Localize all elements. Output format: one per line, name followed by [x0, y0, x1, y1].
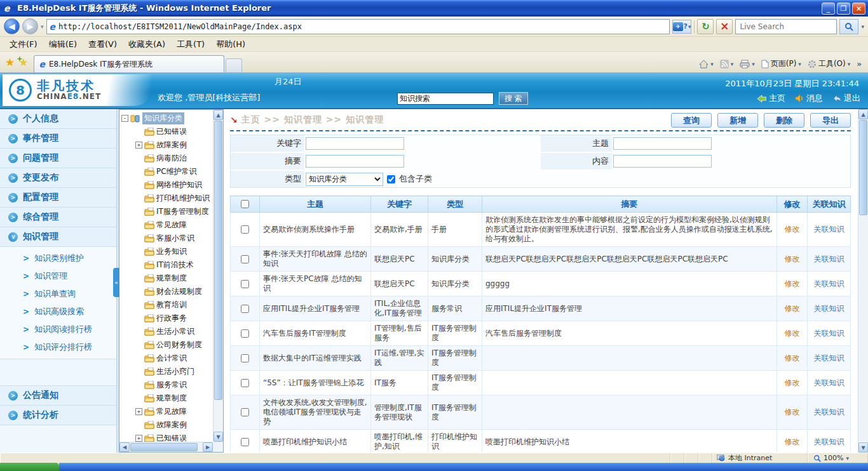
zoom-pane[interactable]: 100% ▾	[808, 453, 868, 463]
toolbar-overflow-icon[interactable]: »	[857, 60, 862, 69]
tree-item[interactable]: PC维护常识	[121, 165, 213, 178]
tree-expand-icon[interactable]	[135, 288, 142, 295]
tree-item[interactable]: 网络维护知识	[121, 178, 213, 192]
tree-expand-icon[interactable]	[135, 368, 142, 375]
scroll-down-icon[interactable]: ▼	[214, 432, 223, 442]
tree-hscroll-thumb[interactable]	[130, 443, 198, 451]
command-button[interactable]: 导出	[810, 113, 851, 128]
select-all-checkbox[interactable]	[241, 200, 249, 208]
row-topic-link[interactable]: 数据大集中的IT运维管理实践	[260, 346, 371, 371]
row-topic-link[interactable]: “5S”：让IT服务管理锦上添花	[260, 371, 371, 395]
favorites-star-icon[interactable]: ★	[5, 56, 15, 69]
logout-link[interactable]: 退出	[833, 93, 860, 104]
plugin-toolbar-button[interactable]: ✈ ? ▾	[672, 20, 691, 34]
live-search-input[interactable]	[735, 19, 837, 34]
tree-item[interactable]: 教育培训	[121, 298, 213, 312]
page-menu-button[interactable]: 页面(P)▾	[761, 58, 801, 69]
tree-item[interactable]: 会计常识	[121, 352, 213, 365]
sidebar-item[interactable]: > 事件管理	[0, 129, 116, 149]
related-knowledge-link[interactable]: 关联知识	[814, 408, 844, 416]
content-vertical-scrollbar[interactable]: ▲ ▼	[858, 109, 868, 453]
home-link[interactable]: 主页	[757, 93, 785, 104]
sidebar-item-knowledge[interactable]: > 知识管理	[0, 227, 116, 247]
menu-item[interactable]: 工具(T)	[171, 37, 210, 51]
edit-link[interactable]: 修改	[785, 437, 800, 446]
tree-expand-icon[interactable]	[135, 222, 142, 229]
restore-button[interactable]: ❐	[837, 3, 850, 15]
tree-item[interactable]: 财会法规制度	[121, 285, 213, 298]
scroll-up-icon[interactable]: ▲	[214, 110, 223, 120]
tree-expand-icon[interactable]: +	[135, 435, 142, 442]
row-checkbox[interactable]	[241, 255, 249, 263]
start-button[interactable]	[0, 463, 59, 471]
command-button[interactable]: 查询	[671, 113, 712, 128]
row-checkbox[interactable]	[241, 305, 249, 313]
tree-expand-icon[interactable]	[135, 195, 142, 202]
edit-link[interactable]: 修改	[785, 329, 800, 338]
sidebar-item[interactable]: > 个人信息	[0, 109, 116, 129]
tree-item[interactable]: 常见故障	[121, 218, 213, 232]
row-checkbox[interactable]	[241, 379, 249, 387]
submenu-item[interactable]: > 知识评分排行榜	[0, 338, 116, 356]
edit-link[interactable]: 修改	[785, 279, 800, 288]
messages-link[interactable]: 消息	[796, 93, 823, 104]
sidebar-item[interactable]: > 变更发布	[0, 168, 116, 188]
scroll-up-icon[interactable]: ▲	[858, 109, 868, 119]
tree-item[interactable]: 病毒防治	[121, 152, 213, 165]
include-subclass-checkbox[interactable]	[387, 175, 395, 183]
related-knowledge-link[interactable]: 关联知识	[814, 255, 844, 263]
tree-item[interactable]: 生活小窍门	[121, 365, 213, 378]
knowledge-search-button[interactable]: 搜 索	[499, 92, 528, 105]
submenu-item[interactable]: > 知识类别维护	[0, 249, 116, 267]
tree-expand-icon[interactable]	[135, 328, 142, 335]
tree-item[interactable]: 生活小常识	[121, 325, 213, 338]
stop-button[interactable]: ×	[716, 19, 733, 34]
related-knowledge-link[interactable]: 关联知识	[814, 354, 844, 362]
tree-expand-icon[interactable]	[135, 235, 142, 242]
tree-expand-icon[interactable]	[135, 342, 142, 348]
tree-item[interactable]: 服务常识	[121, 378, 213, 392]
row-checkbox[interactable]	[241, 225, 249, 234]
row-topic-link[interactable]: 事件:张天天打印机故障 总结的知识	[260, 247, 371, 272]
tree-root[interactable]: - 知识库分类	[121, 112, 213, 125]
summary-input[interactable]	[306, 155, 404, 168]
close-button[interactable]: ×	[852, 3, 865, 15]
row-topic-link[interactable]: 交易欺诈侦测系统操作手册	[260, 213, 371, 247]
sidebar-item[interactable]: > 配置管理	[0, 188, 116, 208]
related-knowledge-link[interactable]: 关联知识	[814, 378, 844, 387]
tree-expand-icon[interactable]	[135, 128, 142, 135]
tree-item[interactable]: 打印机维护知识	[121, 192, 213, 205]
tree-expand-icon[interactable]	[135, 182, 142, 189]
tree-expand-icon[interactable]: +	[135, 142, 142, 149]
address-field[interactable]: e http://localhost/E8ITSM2011/NewOldMain…	[46, 19, 670, 34]
knowledge-search-input[interactable]	[397, 93, 494, 105]
scroll-down-icon[interactable]: ▼	[858, 442, 868, 453]
tree-vertical-scrollbar[interactable]: ▲ ▼	[213, 110, 223, 442]
command-button[interactable]: 新增	[717, 113, 758, 128]
history-dropdown-icon[interactable]: ▾	[41, 23, 44, 30]
tree-item[interactable]: 规章制度	[121, 272, 213, 285]
related-knowledge-link[interactable]: 关联知识	[814, 279, 844, 288]
scroll-right-icon[interactable]: ▶	[203, 442, 213, 452]
edit-link[interactable]: 修改	[785, 354, 800, 362]
content-scroll-thumb[interactable]	[859, 120, 867, 215]
related-knowledge-link[interactable]: 关联知识	[814, 304, 844, 313]
tree-item[interactable]: + 常见故障	[121, 405, 213, 418]
feeds-button[interactable]: ▾	[720, 60, 734, 69]
related-knowledge-link[interactable]: 关联知识	[814, 329, 844, 338]
sidebar-item[interactable]: > 公告通知	[0, 386, 116, 406]
tree-item[interactable]: + 已知错误	[121, 432, 213, 442]
menu-item[interactable]: 文件(F)	[4, 37, 43, 51]
row-topic-link[interactable]: 事件:张天天PC故障 总结的知识	[260, 272, 371, 296]
row-topic-link[interactable]: 汽车售后服务IT管理制度	[260, 321, 371, 346]
tab-active[interactable]: e E8.HelpDesk IT服务管理系统	[34, 55, 224, 72]
sidebar-collapse-handle[interactable]: «	[113, 268, 119, 297]
tree-expand-icon[interactable]	[135, 168, 142, 175]
tree-expand-icon[interactable]	[135, 381, 142, 388]
tree-collapse-icon[interactable]: -	[121, 115, 128, 122]
tree-expand-icon[interactable]	[135, 395, 142, 402]
scroll-left-icon[interactable]: ◀	[119, 442, 130, 452]
row-topic-link[interactable]: 喷墨打印机维护知识小结	[260, 430, 371, 453]
tree-item[interactable]: 已知错误	[121, 125, 213, 138]
content-input[interactable]	[613, 155, 712, 168]
